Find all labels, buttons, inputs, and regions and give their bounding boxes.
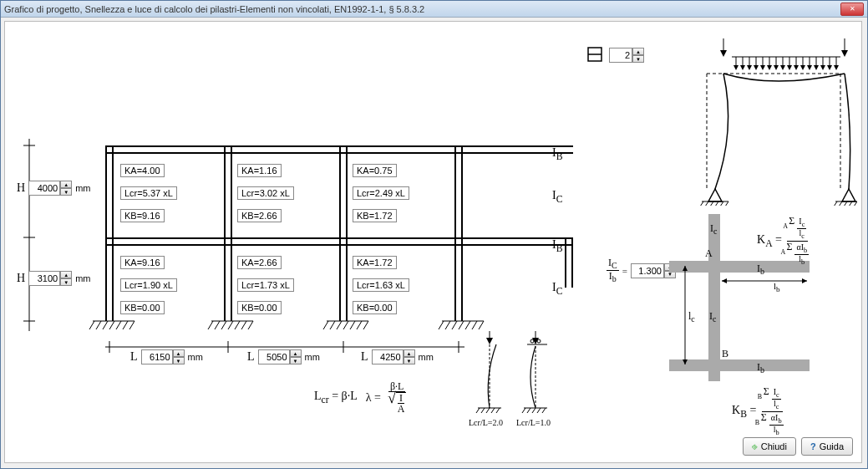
svg-marker-96 <box>486 338 493 344</box>
svg-line-63 <box>208 321 213 329</box>
h2-unit: mm <box>75 273 90 283</box>
svg-line-65 <box>221 321 226 329</box>
ic-ib-input[interactable] <box>631 263 664 278</box>
svg-marker-121 <box>802 278 807 283</box>
lcr-l-20: Lcr/L=2.0 <box>469 418 503 427</box>
r2c3-kb: KB=0.00 <box>353 301 397 314</box>
l2-input[interactable] <box>258 349 290 364</box>
svg-line-100 <box>481 408 485 413</box>
label-ib-top: IB <box>552 146 562 162</box>
svg-line-73 <box>337 321 342 329</box>
help-button[interactable]: ? Guida <box>801 437 853 456</box>
svg-line-84 <box>472 321 477 329</box>
svg-line-59 <box>116 321 121 329</box>
svg-line-68 <box>241 321 246 329</box>
svg-marker-5 <box>841 50 848 57</box>
h1-spinner[interactable]: ▲▼ <box>28 181 72 196</box>
l1-spinner[interactable]: ▲▼ <box>141 349 185 364</box>
r2c2-lcr: Lcr=1.73 xL <box>237 278 294 292</box>
l2-spinner[interactable]: ▲▼ <box>258 349 302 364</box>
svg-line-49 <box>834 201 837 206</box>
h2-up[interactable]: ▲ <box>60 271 72 278</box>
levels-icon <box>586 45 604 65</box>
svg-line-76 <box>357 321 362 329</box>
svg-line-50 <box>839 201 842 206</box>
svg-line-55 <box>89 321 94 329</box>
close-button[interactable]: ⎆ Chiudi <box>743 437 796 456</box>
h1-unit: mm <box>75 183 90 193</box>
l-label-3: L <box>361 350 368 364</box>
svg-line-83 <box>465 321 470 329</box>
window: Grafico di progetto, Snellezza e luce di… <box>0 0 868 469</box>
svg-line-67 <box>235 321 240 329</box>
svg-line-115 <box>542 408 546 413</box>
levels-down[interactable]: ▼ <box>632 55 644 63</box>
h1-up[interactable]: ▲ <box>60 181 72 188</box>
svg-marker-38 <box>834 65 839 70</box>
svg-line-81 <box>452 321 457 329</box>
lcr-l-10: Lcr/L=1.0 <box>516 418 551 427</box>
svg-marker-28 <box>767 65 772 70</box>
levels-up[interactable]: ▲ <box>632 48 644 55</box>
h2-spinner[interactable]: ▲▼ <box>28 271 72 286</box>
svg-line-102 <box>491 408 495 413</box>
l1-input[interactable] <box>141 349 173 364</box>
sway-frame-diagram <box>690 38 857 206</box>
svg-line-72 <box>330 321 335 329</box>
svg-point-107 <box>530 339 534 343</box>
svg-marker-32 <box>794 65 799 70</box>
svg-line-85 <box>479 321 484 329</box>
svg-line-46 <box>725 201 728 206</box>
l2-down[interactable]: ▼ <box>290 357 302 364</box>
h-label-2: H <box>17 272 25 285</box>
l2-up[interactable]: ▲ <box>290 349 302 357</box>
svg-marker-118 <box>683 359 688 364</box>
svg-marker-47 <box>842 189 855 201</box>
window-title: Grafico di progetto, Snellezza e luce di… <box>4 4 840 14</box>
r2c3-ka: KA=1.72 <box>353 256 397 269</box>
h1-down[interactable]: ▼ <box>60 188 72 196</box>
l-label-2: L <box>247 350 255 364</box>
svg-line-101 <box>486 408 490 413</box>
levels-spinner[interactable]: ▲ ▼ <box>609 48 644 63</box>
r1c3-kb: KB=1.72 <box>353 209 397 222</box>
svg-line-41 <box>700 201 703 206</box>
l3-down[interactable]: ▼ <box>404 357 415 364</box>
h2-down[interactable]: ▼ <box>60 278 72 286</box>
svg-marker-37 <box>827 65 832 70</box>
h2-input[interactable] <box>28 271 60 286</box>
l3-unit: mm <box>419 352 434 362</box>
svg-marker-26 <box>754 65 759 70</box>
col-2 <box>224 145 232 321</box>
svg-line-60 <box>123 321 128 329</box>
svg-line-112 <box>527 408 530 413</box>
svg-marker-3 <box>720 50 727 57</box>
svg-marker-29 <box>774 65 779 70</box>
window-close-button[interactable]: ✕ <box>840 3 864 16</box>
svg-marker-105 <box>532 338 539 344</box>
svg-line-79 <box>439 321 444 329</box>
l3-spinner[interactable]: ▲▼ <box>372 349 415 364</box>
svg-line-58 <box>109 321 114 329</box>
r1c2-kb: KB=2.66 <box>237 209 282 222</box>
h1-input[interactable] <box>28 181 60 196</box>
col-3 <box>339 145 348 321</box>
ka-formula: KA = AΣ Iclc AΣ αIblb <box>757 216 810 266</box>
l1-down[interactable]: ▼ <box>173 357 185 364</box>
r2c2-ka: KA=2.66 <box>237 256 282 269</box>
lcr-formula: Lcr = β·L λ = β·L √ IA <box>314 381 408 414</box>
levels-input[interactable] <box>609 48 632 63</box>
l3-up[interactable]: ▲ <box>404 349 415 357</box>
svg-line-114 <box>537 408 541 413</box>
label-ic-mid: IC <box>552 281 562 297</box>
l-label-1: L <box>130 350 138 364</box>
l1-up[interactable]: ▲ <box>173 349 185 357</box>
svg-marker-117 <box>683 266 688 271</box>
l3-input[interactable] <box>372 349 404 364</box>
svg-line-61 <box>129 321 135 329</box>
svg-marker-39 <box>708 189 722 201</box>
label-ib-mid: IB <box>552 238 562 254</box>
ic-ib-label: ICIb <box>607 257 619 284</box>
svg-marker-36 <box>820 65 825 70</box>
svg-marker-24 <box>740 65 745 70</box>
